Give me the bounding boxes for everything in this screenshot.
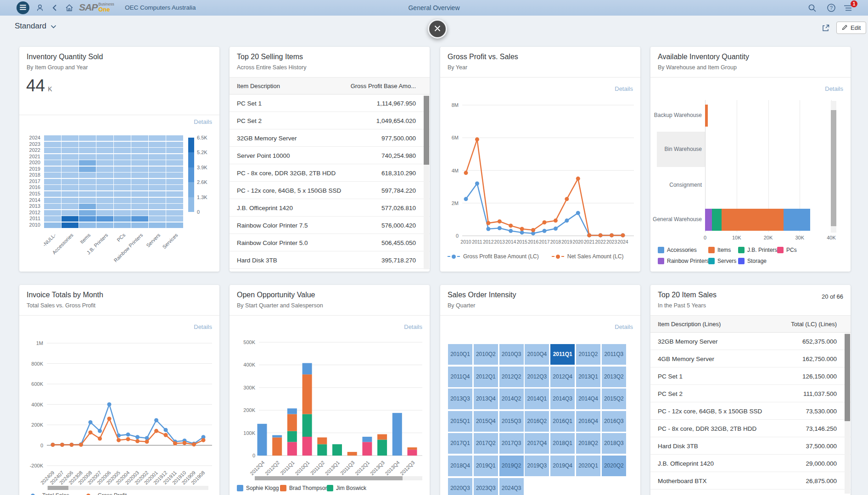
bar-segment[interactable] [362,442,372,456]
heatmap-cell[interactable] [44,198,61,203]
heatmap-cell[interactable] [131,154,148,160]
close-overview-button[interactable] [428,19,447,39]
table-row[interactable]: PC - 8x core, DDR 32GB, 2TB HDD73,146.25… [650,420,851,437]
table-row[interactable]: PC - 8x core, DDR 32GB, 2TB HDD618,310.2… [230,164,430,182]
data-point[interactable] [464,171,468,175]
quarter-tile[interactable]: 2019Q1 [474,456,498,476]
heatmap-cell[interactable] [62,167,78,172]
quarter-tile[interactable]: 2017Q1 [448,433,472,454]
heatmap-cell[interactable] [166,185,183,190]
heatmap-cell[interactable] [79,148,96,153]
data-point[interactable] [145,439,149,444]
data-point[interactable] [576,211,580,215]
data-point[interactable] [89,430,93,434]
heatmap-cell[interactable] [114,154,131,160]
quarter-tile[interactable]: 2012Q4 [550,367,575,387]
bar-segment[interactable] [377,434,387,440]
table-row[interactable]: PC Set 2111,037.500 [650,385,851,402]
heatmap-cell[interactable] [62,135,78,141]
legend-item[interactable]: Net Sales Amount (LC) [552,253,624,260]
heatmap-cell[interactable] [79,216,96,222]
bar-segment[interactable] [287,442,297,456]
heatmap-cell[interactable] [114,185,131,190]
data-point[interactable] [599,233,603,237]
heatmap-cell[interactable] [166,135,183,141]
quarter-tile[interactable]: 2014Q3 [550,389,575,409]
heatmap-cell[interactable] [44,185,61,190]
heatmap-cell[interactable] [114,172,131,178]
table-row[interactable]: PC - 12x core, 64GB, 5 x 150GB SSD597,78… [230,182,430,199]
scrollbar-track[interactable] [47,486,208,490]
heatmap-cell[interactable] [79,142,96,147]
legend-item[interactable]: J.B. Printers [738,247,777,253]
scrollbar-track[interactable] [831,101,836,233]
data-point[interactable] [543,229,547,233]
heatmap-cell[interactable] [131,204,148,209]
data-point[interactable] [164,428,168,432]
data-point[interactable] [520,227,524,231]
data-point[interactable] [135,439,140,443]
data-point[interactable] [576,177,580,181]
heatmap-cell[interactable] [44,204,61,209]
heatmap-cell[interactable] [44,172,61,178]
column-header-description[interactable]: Item Description [237,83,280,89]
heatmap-cell[interactable] [166,216,183,222]
data-point[interactable] [183,441,187,445]
bar-segment[interactable] [377,439,387,456]
heatmap-cell[interactable] [96,179,113,184]
heatmap-cell[interactable] [79,135,96,141]
heatmap-cell[interactable] [44,167,61,172]
legend-item[interactable]: Gross Profit Base Amount (LC) [448,253,539,260]
heatmap-cell[interactable] [149,179,166,184]
heatmap-cell[interactable] [96,167,113,172]
quarter-tile[interactable]: 2015Q1 [448,411,472,432]
table-row[interactable]: PC Set 11,114,967.950 [230,95,430,112]
scrollbar-track[interactable] [255,476,422,480]
data-point[interactable] [60,443,64,447]
data-point[interactable] [486,221,490,225]
heatmap-cell[interactable] [44,216,61,222]
legend-item[interactable]: Items [708,247,731,253]
bar-segment[interactable] [302,374,312,414]
table-row[interactable]: Rainbow Color Printer 5.0506,455.050 [230,234,430,251]
data-point[interactable] [98,437,102,441]
heatmap-cell[interactable] [114,210,131,216]
heatmap-cell[interactable] [44,222,61,228]
bar-segment[interactable] [302,437,312,456]
bar-segment[interactable] [287,408,297,414]
heatmap-cell[interactable] [79,185,96,190]
heatmap-cell[interactable] [149,154,166,160]
scrollbar-thumb[interactable] [845,334,850,421]
data-point[interactable] [498,226,502,230]
heatmap-cell[interactable] [149,142,166,147]
quarter-tile[interactable]: 2013Q2 [602,367,626,387]
data-point[interactable] [543,220,547,224]
user-button[interactable] [36,4,44,13]
heatmap-cell[interactable] [131,185,148,190]
heatmap-cell[interactable] [79,204,96,209]
heatmap-cell[interactable] [114,135,131,141]
data-point[interactable] [565,197,569,201]
heatmap-cell[interactable] [131,160,148,166]
heatmap-cell[interactable] [62,142,78,147]
data-point[interactable] [164,433,168,437]
quarter-tile[interactable]: 2017Q3 [499,433,524,454]
scrollbar-track[interactable] [424,95,429,269]
quarter-tile[interactable]: 2018Q3 [602,433,626,454]
bar-segment[interactable] [408,450,417,456]
heatmap-cell[interactable] [96,142,113,147]
data-point[interactable] [126,437,130,441]
heatmap-cell[interactable] [166,210,183,216]
table-row[interactable]: 32GB Memory Server977,500.000 [230,129,430,147]
scrollbar-thumb[interactable] [255,476,403,480]
heatmap-cell[interactable] [149,167,166,172]
table-row[interactable]: Rainbow Color Printer 7.5576,000.420 [230,217,430,234]
heatmap-cell[interactable] [131,222,148,228]
data-point[interactable] [117,438,121,442]
quarter-tile[interactable]: 2011Q1 [550,344,575,365]
quarter-tile[interactable]: 2020Q2 [602,456,626,476]
view-selector[interactable]: Standard [15,22,56,31]
heatmap-cell[interactable] [114,216,131,222]
heatmap-cell[interactable] [131,210,148,216]
heatmap-cell[interactable] [96,172,113,178]
